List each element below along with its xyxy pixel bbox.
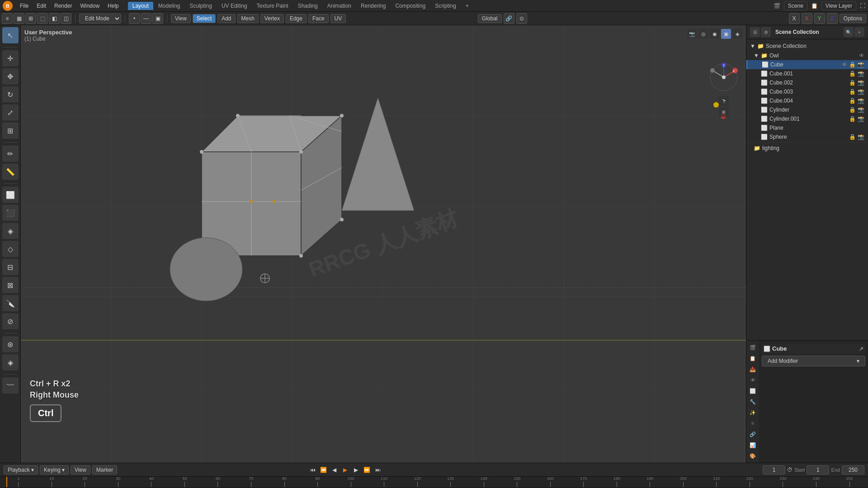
prop-constraints[interactable]: 🔗: [748, 429, 758, 439]
tool-cursor[interactable]: ✛: [2, 50, 19, 66]
perspective-icon[interactable]: 🔭: [719, 96, 729, 106]
tool-bevel[interactable]: ◇: [2, 241, 19, 257]
jump-prev-keyframe[interactable]: ⏪: [319, 465, 328, 474]
sphere-restrict2[interactable]: 📸: [858, 134, 864, 140]
add-modifier-button[interactable]: Add Modifier ▾: [762, 356, 865, 366]
step-back[interactable]: ◀: [330, 465, 339, 474]
start-frame-input[interactable]: 1: [807, 465, 829, 474]
uv-menu[interactable]: UV: [330, 14, 346, 23]
edge-menu[interactable]: Edge: [286, 14, 307, 23]
jump-start[interactable]: ⏮: [308, 465, 317, 474]
tool-measure[interactable]: 📏: [2, 164, 19, 180]
camera-icon[interactable]: 📷: [687, 29, 697, 39]
viewport-icon4[interactable]: ◧: [49, 13, 60, 24]
snap-icon[interactable]: 🔗: [504, 13, 514, 24]
tab-add[interactable]: +: [461, 2, 473, 10]
tab-scripting[interactable]: Scripting: [430, 2, 461, 10]
collection-cube001[interactable]: ⬜ Cube.001 🔒 📸: [746, 69, 868, 78]
cube002-restrict2[interactable]: 📸: [858, 80, 864, 86]
tool-shrink[interactable]: ⊛: [2, 336, 19, 352]
tab-rendering[interactable]: Rendering: [356, 2, 390, 10]
cylinder-restrict1[interactable]: 🔒: [849, 107, 856, 113]
nav-gizmo[interactable]: X Z: [708, 61, 740, 93]
tool-select[interactable]: ↖: [2, 27, 19, 43]
viewport-icon5[interactable]: ◫: [61, 13, 71, 24]
tool-smooth[interactable]: 〰: [2, 377, 19, 394]
view-layer-label[interactable]: View Layer: [821, 1, 856, 10]
add-menu[interactable]: Add: [217, 14, 235, 23]
view-menu-timeline[interactable]: View: [71, 465, 90, 474]
tool-inset[interactable]: ◈: [2, 223, 19, 239]
collection-cylinder001[interactable]: ⬜ Cylinder.001 🔒 📸: [746, 114, 868, 123]
prop-view[interactable]: 👁: [748, 375, 758, 385]
object-mode-icon[interactable]: ≡: [2, 13, 13, 24]
tab-uv-editing[interactable]: UV Editing: [217, 2, 252, 10]
tool-shear[interactable]: ◈: [2, 354, 19, 371]
prop-physics[interactable]: ⚛: [748, 418, 758, 428]
cube003-restrict1[interactable]: 🔒: [849, 89, 856, 95]
prop-scene[interactable]: 🎬: [748, 343, 758, 352]
fullscreen-icon[interactable]: ⛶: [860, 3, 865, 9]
xyz-z[interactable]: Z: [827, 13, 838, 24]
tab-shading[interactable]: Shading: [293, 2, 322, 10]
edge-mode-icon[interactable]: —: [141, 13, 151, 24]
tool-scale[interactable]: ⤢: [2, 104, 19, 121]
tool-transform[interactable]: ⊞: [2, 122, 19, 139]
collection-plane[interactable]: ⬜ Plane: [746, 123, 868, 132]
marker-menu[interactable]: Marker: [92, 465, 117, 474]
prop-output[interactable]: 📤: [748, 364, 758, 374]
tab-compositing[interactable]: Compositing: [391, 2, 430, 10]
menu-help[interactable]: Help: [104, 2, 123, 10]
mode-selector[interactable]: Edit Mode: [79, 14, 121, 23]
cube-restrict2[interactable]: 📸: [858, 61, 864, 68]
cube001-restrict2[interactable]: 📸: [858, 70, 864, 77]
tool-rotate[interactable]: ↻: [2, 86, 19, 103]
collection-lighting[interactable]: 📁 lighting: [746, 144, 868, 153]
cylinder001-restrict1[interactable]: 🔒: [849, 116, 856, 122]
face-mode-icon[interactable]: ▣: [152, 13, 163, 24]
cube004-restrict2[interactable]: 📸: [858, 98, 864, 104]
prop-modifier[interactable]: 🔧: [748, 397, 758, 407]
proportional-icon[interactable]: ⊙: [516, 13, 527, 24]
viewport[interactable]: User Perspective (1) Cube 📷 ◎ ◉ ▣ ◈ X: [21, 25, 746, 463]
prop-object[interactable]: ⬜: [748, 386, 758, 396]
tab-layout[interactable]: Layout: [128, 2, 153, 10]
keying-menu[interactable]: Keying ▾: [40, 465, 69, 474]
scene-label[interactable]: Scene: [784, 1, 807, 10]
tab-modeling[interactable]: Modeling: [154, 2, 185, 10]
jump-next-keyframe[interactable]: ⏩: [363, 465, 372, 474]
select-menu[interactable]: Select: [193, 14, 216, 23]
tab-sculpting[interactable]: Sculpting: [185, 2, 217, 10]
tool-loop-cut[interactable]: ⊟: [2, 259, 19, 275]
tab-texture-paint[interactable]: Texture Paint: [252, 2, 293, 10]
viewport-shading2[interactable]: ◉: [710, 29, 720, 39]
view-menu[interactable]: View: [171, 14, 191, 23]
cube004-restrict1[interactable]: 🔒: [849, 98, 856, 104]
add-col-icon[interactable]: +: [854, 27, 864, 37]
collection-cube[interactable]: ⬜ Cube 👁 🔒 📸: [746, 60, 868, 69]
cylinder001-restrict2[interactable]: 📸: [858, 116, 864, 122]
prop-particles[interactable]: ✨: [748, 408, 758, 418]
viewport-icon3[interactable]: ⬚: [37, 13, 48, 24]
prop-expand-icon[interactable]: ↗: [859, 346, 863, 352]
menu-edit[interactable]: Edit: [33, 2, 50, 10]
collection-cube003[interactable]: ⬜ Cube.003 🔒 📸: [746, 87, 868, 96]
collection-cube004[interactable]: ⬜ Cube.004 🔒 📸: [746, 96, 868, 105]
panel-icon-settings[interactable]: ⚙: [761, 27, 771, 37]
cube002-restrict1[interactable]: 🔒: [849, 80, 856, 86]
collection-cylinder[interactable]: ⬜ Cylinder 🔒 📸: [746, 105, 868, 114]
viewport-shading1[interactable]: ◎: [698, 29, 708, 39]
vertex-mode-icon[interactable]: •: [129, 13, 140, 24]
collection-root[interactable]: ▼ 📁 Scene Collection: [746, 41, 868, 51]
tool-annotate[interactable]: ✏: [2, 145, 19, 162]
sphere-restrict1[interactable]: 🔒: [849, 134, 856, 140]
cube001-restrict1[interactable]: 🔒: [849, 70, 856, 77]
owl-visibility[interactable]: 👁: [859, 52, 864, 59]
viewport-icon2[interactable]: ⊞: [25, 13, 36, 24]
tool-extrude[interactable]: ⬛: [2, 205, 19, 221]
face-menu[interactable]: Face: [308, 14, 329, 23]
viewport-icon1[interactable]: ▦: [14, 13, 24, 24]
panel-icon-filter[interactable]: ☰: [750, 27, 760, 37]
menu-file[interactable]: File: [16, 2, 32, 10]
menu-render[interactable]: Render: [51, 2, 75, 10]
